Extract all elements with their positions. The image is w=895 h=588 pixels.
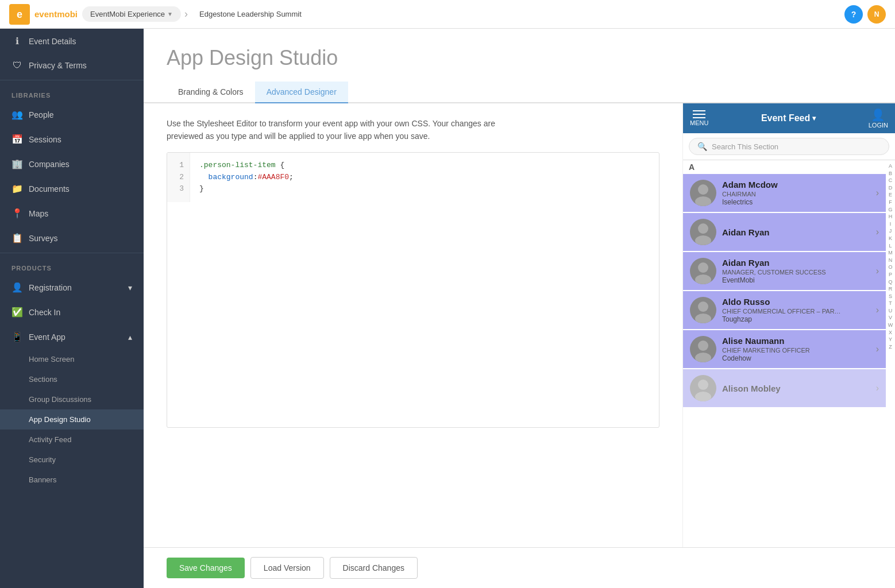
sidebar-item-people[interactable]: 👥 People	[0, 102, 144, 127]
sidebar-item-maps[interactable]: 📍 Maps	[0, 201, 144, 226]
sidebar-item-surveys[interactable]: 📋 Surveys	[0, 226, 144, 250]
alpha-w[interactable]: W	[888, 322, 893, 329]
alpha-f[interactable]: F	[889, 199, 892, 206]
alpha-m[interactable]: M	[888, 249, 893, 257]
hamburger-line-3	[693, 117, 705, 118]
avatar	[690, 180, 716, 206]
alpha-h[interactable]: H	[889, 213, 893, 220]
alpha-r[interactable]: R	[889, 285, 893, 293]
svg-point-10	[698, 341, 708, 351]
alpha-v[interactable]: V	[889, 314, 892, 322]
sidebar-item-event-details[interactable]: ℹ Event Details	[0, 29, 144, 53]
main-layout: ℹ Event Details 🛡 Privacy & Terms LIBRAR…	[0, 29, 895, 588]
alpha-s[interactable]: S	[889, 293, 892, 300]
list-item[interactable]: Aidan Ryan ›	[683, 213, 886, 252]
sidebar-sub-group-discussions[interactable]: Group Discussions	[0, 389, 144, 409]
sidebar-item-event-app[interactable]: 📱 Event App ▴	[0, 324, 144, 349]
alpha-e[interactable]: E	[889, 191, 892, 199]
alpha-x[interactable]: X	[889, 329, 892, 336]
sidebar-divider-2	[0, 253, 144, 253]
alpha-z[interactable]: Z	[889, 343, 892, 351]
sidebar-label-documents: Documents	[29, 184, 70, 194]
list-item[interactable]: Aidan Ryan MANAGER, CUSTOMER SUCCESS Eve…	[683, 252, 886, 291]
phone-login-area[interactable]: 👤 LOGIN	[869, 108, 888, 129]
sidebar-label-companies: Companies	[29, 160, 70, 169]
sidebar-sub-banners[interactable]: Banners	[0, 470, 144, 490]
sidebar-item-sessions[interactable]: 📅 Sessions	[0, 127, 144, 152]
code-editor[interactable]: 1 2 3 .person-list-item { background:#AA…	[167, 152, 659, 428]
alpha-c[interactable]: C	[889, 177, 893, 184]
tab-branding-colors[interactable]: Branding & Colors	[167, 82, 255, 103]
eventmobi-logo-icon: e	[9, 4, 30, 25]
products-section-label: PRODUCTS	[0, 256, 144, 275]
svg-point-8	[698, 301, 708, 312]
sidebar-sub-label-group-discussions: Group Discussions	[29, 395, 91, 404]
alpha-k[interactable]: K	[889, 235, 892, 242]
sidebar-item-checkin[interactable]: ✅ Check In	[0, 300, 144, 324]
avatar	[690, 297, 716, 323]
phone-search-input-wrapper[interactable]: 🔍 Search This Section	[689, 138, 889, 155]
sidebar-sub-home-screen[interactable]: Home Screen	[0, 349, 144, 369]
alpha-u[interactable]: U	[889, 307, 893, 315]
alpha-t[interactable]: T	[889, 300, 892, 307]
sidebar-sub-app-design-studio[interactable]: App Design Studio	[0, 409, 144, 430]
person-info: Alise Naumann CHIEF MARKETING OFFICER Co…	[722, 336, 870, 362]
person-company: Iselectrics	[722, 198, 870, 206]
alpha-l[interactable]: L	[889, 242, 892, 250]
tab-label-advanced: Advanced Designer	[267, 87, 337, 96]
person-info: Aidan Ryan	[722, 227, 870, 237]
load-version-button[interactable]: Load Version	[250, 557, 324, 579]
alpha-i[interactable]: I	[890, 220, 892, 228]
alpha-g[interactable]: G	[888, 206, 892, 214]
svg-point-4	[698, 223, 708, 234]
alpha-y[interactable]: Y	[889, 336, 892, 343]
tab-label-branding: Branding & Colors	[178, 87, 244, 96]
sessions-icon: 📅	[11, 134, 23, 145]
sidebar-sub-activity-feed[interactable]: Activity Feed	[0, 430, 144, 450]
tab-advanced-designer[interactable]: Advanced Designer	[255, 82, 348, 103]
alpha-d[interactable]: D	[889, 184, 893, 192]
sidebar-sub-sections[interactable]: Sections	[0, 369, 144, 389]
phone-menu-area[interactable]: MENU	[690, 110, 708, 126]
person-role: CHAIRMAN	[722, 191, 870, 198]
sidebar-item-companies[interactable]: 🏢 Companies	[0, 152, 144, 176]
help-button[interactable]: ?	[844, 5, 863, 24]
login-person-icon: 👤	[871, 108, 885, 122]
avatar	[690, 258, 716, 284]
sidebar-sub-security[interactable]: Security	[0, 450, 144, 470]
person-name: Aidan Ryan	[722, 258, 870, 268]
editor-preview-row: Use the Stylesheet Editor to transform y…	[144, 103, 895, 547]
alpha-n[interactable]: N	[889, 257, 893, 264]
svg-point-9	[695, 314, 711, 323]
sidebar-item-documents[interactable]: 📁 Documents	[0, 176, 144, 201]
discard-changes-button[interactable]: Discard Changes	[330, 557, 418, 579]
list-item[interactable]: Alison Mobley ›	[683, 369, 886, 408]
person-name: Adam Mcdow	[722, 180, 870, 189]
breadcrumb-item-1[interactable]: EventMobi Experience ▼	[82, 6, 181, 22]
list-item[interactable]: Alise Naumann CHIEF MARKETING OFFICER Co…	[683, 330, 886, 369]
alpha-b[interactable]: B	[889, 170, 892, 177]
svg-text:e: e	[17, 9, 22, 20]
alpha-j[interactable]: J	[889, 227, 892, 235]
sidebar-label-people: People	[29, 110, 54, 119]
companies-icon: 🏢	[11, 158, 23, 169]
sidebar-item-registration[interactable]: 👤 Registration ▾	[0, 275, 144, 300]
line-num-2: 2	[173, 172, 184, 184]
save-changes-button[interactable]: Save Changes	[167, 558, 245, 578]
code-property: background	[209, 173, 253, 181]
list-item[interactable]: Aldo Russo CHIEF COMMERCIAL OFFICER – PA…	[683, 291, 886, 330]
alpha-o[interactable]: O	[888, 264, 892, 271]
sidebar-item-privacy[interactable]: 🛡 Privacy & Terms	[0, 53, 144, 78]
sidebar-label-checkin: Check In	[29, 308, 60, 317]
person-info: Aidan Ryan MANAGER, CUSTOMER SUCCESS Eve…	[722, 258, 870, 284]
alpha-p[interactable]: P	[889, 271, 892, 278]
notification-button[interactable]: N	[867, 5, 886, 24]
breadcrumb-separator: ›	[184, 8, 188, 20]
phone-menu-btn[interactable]	[693, 110, 705, 118]
registration-chevron-icon: ▾	[128, 283, 132, 292]
alpha-q[interactable]: Q	[888, 278, 892, 286]
list-item[interactable]: Adam Mcdow CHAIRMAN Iselectrics ›	[683, 174, 886, 213]
logo-area[interactable]: e eventmobi	[9, 4, 78, 25]
alpha-a[interactable]: A	[889, 163, 892, 170]
action-bar: Save Changes Load Version Discard Change…	[144, 547, 895, 588]
